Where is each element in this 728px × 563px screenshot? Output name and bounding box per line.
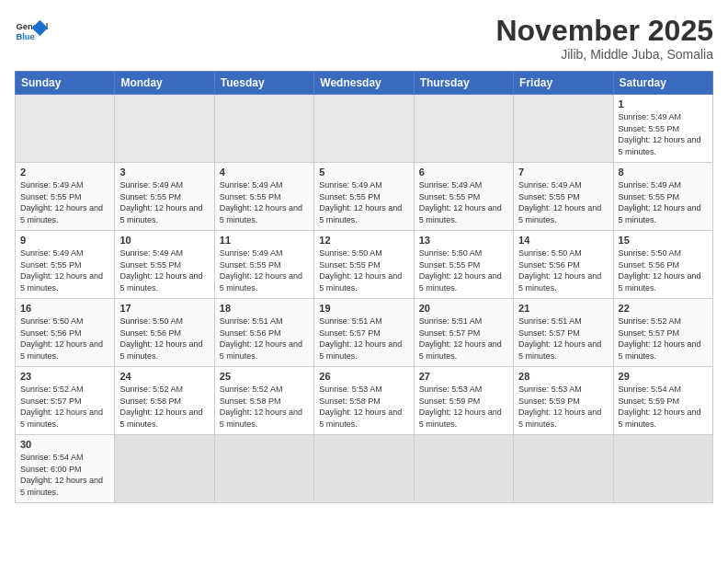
day-info: Sunrise: 5:49 AM Sunset: 5:55 PM Dayligh… [518,179,608,225]
calendar-cell: 18Sunrise: 5:51 AM Sunset: 5:56 PM Dayli… [214,299,313,367]
calendar-cell: 25Sunrise: 5:52 AM Sunset: 5:58 PM Dayli… [214,367,313,435]
day-info: Sunrise: 5:50 AM Sunset: 5:56 PM Dayligh… [20,316,109,362]
calendar-cell: 5Sunrise: 5:49 AM Sunset: 5:55 PM Daylig… [314,163,414,231]
day-number: 11 [220,235,309,246]
day-number: 25 [220,371,309,382]
calendar-cell [115,435,214,503]
day-info: Sunrise: 5:50 AM Sunset: 5:56 PM Dayligh… [518,247,608,293]
calendar-title: November 2025 [495,15,713,47]
day-number: 14 [518,235,608,246]
day-number: 21 [518,303,608,314]
day-info: Sunrise: 5:51 AM Sunset: 5:57 PM Dayligh… [419,316,508,362]
day-number: 18 [220,303,309,314]
day-number: 3 [119,167,209,178]
day-number: 30 [20,439,109,450]
calendar-week-row: 2Sunrise: 5:49 AM Sunset: 5:55 PM Daylig… [16,163,713,231]
calendar-cell [514,95,613,163]
calendar-cell: 4Sunrise: 5:49 AM Sunset: 5:55 PM Daylig… [214,163,313,231]
day-number: 20 [419,303,508,314]
day-info: Sunrise: 5:49 AM Sunset: 5:55 PM Dayligh… [319,179,408,225]
calendar-cell: 1Sunrise: 5:49 AM Sunset: 5:55 PM Daylig… [613,95,712,163]
day-info: Sunrise: 5:49 AM Sunset: 5:55 PM Dayligh… [20,179,109,225]
day-number: 9 [20,235,109,246]
day-number: 17 [119,303,209,314]
day-number: 6 [419,167,508,178]
day-info: Sunrise: 5:50 AM Sunset: 5:55 PM Dayligh… [419,247,508,293]
day-info: Sunrise: 5:51 AM Sunset: 5:56 PM Dayligh… [220,316,309,362]
calendar-cell: 6Sunrise: 5:49 AM Sunset: 5:55 PM Daylig… [414,163,513,231]
day-info: Sunrise: 5:52 AM Sunset: 5:57 PM Dayligh… [20,384,109,430]
col-header-sunday: Sunday [16,72,115,95]
calendar-subtitle: Jilib, Middle Juba, Somalia [495,47,713,62]
day-info: Sunrise: 5:53 AM Sunset: 5:59 PM Dayligh… [518,384,608,430]
calendar-cell [414,435,513,503]
calendar-week-row: 9Sunrise: 5:49 AM Sunset: 5:55 PM Daylig… [16,231,713,299]
day-number: 24 [119,371,209,382]
day-info: Sunrise: 5:54 AM Sunset: 6:00 PM Dayligh… [20,452,109,498]
day-info: Sunrise: 5:49 AM Sunset: 5:55 PM Dayligh… [220,247,309,293]
day-number: 26 [319,371,408,382]
calendar-cell: 12Sunrise: 5:50 AM Sunset: 5:55 PM Dayli… [314,231,414,299]
calendar-cell: 7Sunrise: 5:49 AM Sunset: 5:55 PM Daylig… [514,163,613,231]
day-number: 22 [619,303,708,314]
day-info: Sunrise: 5:49 AM Sunset: 5:55 PM Dayligh… [20,247,109,293]
day-number: 15 [619,235,708,246]
calendar-cell: 3Sunrise: 5:49 AM Sunset: 5:55 PM Daylig… [115,163,214,231]
day-info: Sunrise: 5:52 AM Sunset: 5:58 PM Dayligh… [220,384,309,430]
col-header-friday: Friday [514,72,613,95]
calendar-cell: 28Sunrise: 5:53 AM Sunset: 5:59 PM Dayli… [514,367,613,435]
day-number: 7 [518,167,608,178]
col-header-tuesday: Tuesday [214,72,313,95]
day-number: 10 [119,235,209,246]
calendar-cell: 17Sunrise: 5:50 AM Sunset: 5:56 PM Dayli… [115,299,214,367]
calendar-cell: 19Sunrise: 5:51 AM Sunset: 5:57 PM Dayli… [314,299,414,367]
page-header: General Blue November 2025 Jilib, Middle… [15,15,713,62]
day-info: Sunrise: 5:51 AM Sunset: 5:57 PM Dayligh… [518,316,608,362]
title-block: November 2025 Jilib, Middle Juba, Somali… [495,15,713,62]
calendar-cell [16,95,115,163]
calendar-cell: 29Sunrise: 5:54 AM Sunset: 5:59 PM Dayli… [613,367,712,435]
day-number: 16 [20,303,109,314]
calendar-cell [613,435,712,503]
calendar-cell: 16Sunrise: 5:50 AM Sunset: 5:56 PM Dayli… [16,299,115,367]
day-info: Sunrise: 5:49 AM Sunset: 5:55 PM Dayligh… [619,111,708,157]
calendar-cell: 26Sunrise: 5:53 AM Sunset: 5:58 PM Dayli… [314,367,414,435]
calendar-cell: 22Sunrise: 5:52 AM Sunset: 5:57 PM Dayli… [613,299,712,367]
calendar-header-row: SundayMondayTuesdayWednesdayThursdayFrid… [16,72,713,95]
day-number: 5 [319,167,408,178]
logo-icon: General Blue [15,15,48,48]
calendar-cell: 21Sunrise: 5:51 AM Sunset: 5:57 PM Dayli… [514,299,613,367]
day-number: 8 [619,167,708,178]
calendar-cell [314,95,414,163]
day-info: Sunrise: 5:49 AM Sunset: 5:55 PM Dayligh… [119,179,209,225]
calendar-cell: 9Sunrise: 5:49 AM Sunset: 5:55 PM Daylig… [16,231,115,299]
day-info: Sunrise: 5:50 AM Sunset: 5:55 PM Dayligh… [319,247,408,293]
calendar-cell: 14Sunrise: 5:50 AM Sunset: 5:56 PM Dayli… [514,231,613,299]
day-number: 1 [619,98,708,109]
day-info: Sunrise: 5:52 AM Sunset: 5:57 PM Dayligh… [619,316,708,362]
day-number: 23 [20,371,109,382]
calendar-cell: 30Sunrise: 5:54 AM Sunset: 6:00 PM Dayli… [16,435,115,503]
day-info: Sunrise: 5:51 AM Sunset: 5:57 PM Dayligh… [319,316,408,362]
day-info: Sunrise: 5:54 AM Sunset: 5:59 PM Dayligh… [619,384,708,430]
calendar-cell: 15Sunrise: 5:50 AM Sunset: 5:56 PM Dayli… [613,231,712,299]
col-header-thursday: Thursday [414,72,513,95]
day-number: 27 [419,371,508,382]
calendar-cell: 23Sunrise: 5:52 AM Sunset: 5:57 PM Dayli… [16,367,115,435]
calendar-cell [414,95,513,163]
calendar-cell [214,95,313,163]
day-number: 29 [619,371,708,382]
day-info: Sunrise: 5:53 AM Sunset: 5:58 PM Dayligh… [319,384,408,430]
calendar-week-row: 30Sunrise: 5:54 AM Sunset: 6:00 PM Dayli… [16,435,713,503]
calendar-week-row: 1Sunrise: 5:49 AM Sunset: 5:55 PM Daylig… [16,95,713,163]
day-number: 28 [518,371,608,382]
calendar-week-row: 16Sunrise: 5:50 AM Sunset: 5:56 PM Dayli… [16,299,713,367]
calendar-week-row: 23Sunrise: 5:52 AM Sunset: 5:57 PM Dayli… [16,367,713,435]
day-info: Sunrise: 5:53 AM Sunset: 5:59 PM Dayligh… [419,384,508,430]
calendar-cell [115,95,214,163]
calendar-cell: 13Sunrise: 5:50 AM Sunset: 5:55 PM Dayli… [414,231,513,299]
day-info: Sunrise: 5:49 AM Sunset: 5:55 PM Dayligh… [220,179,309,225]
calendar-cell: 27Sunrise: 5:53 AM Sunset: 5:59 PM Dayli… [414,367,513,435]
calendar-cell: 8Sunrise: 5:49 AM Sunset: 5:55 PM Daylig… [613,163,712,231]
day-info: Sunrise: 5:49 AM Sunset: 5:55 PM Dayligh… [419,179,508,225]
